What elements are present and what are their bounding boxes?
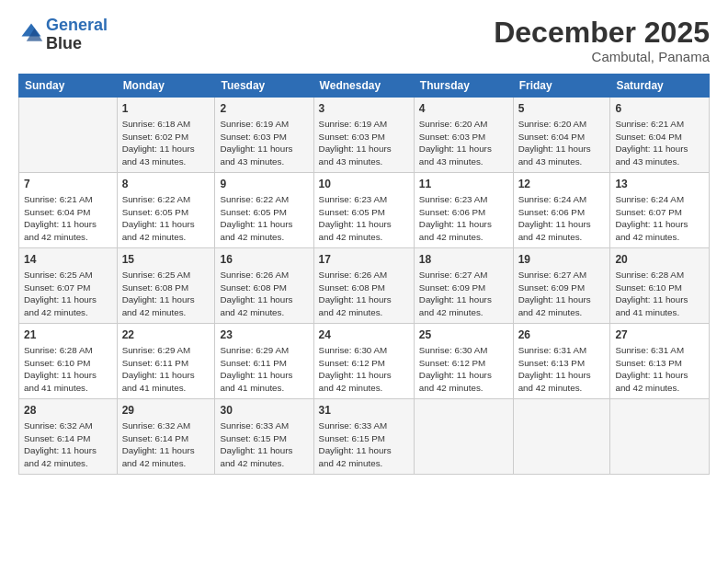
day-info: Sunrise: 6:25 AMSunset: 6:07 PMDaylight:… [24,269,112,318]
day-number: 10 [319,177,409,192]
day-cell: 15Sunrise: 6:25 AMSunset: 6:08 PMDayligh… [117,248,215,324]
day-number: 17 [319,252,409,268]
day-number: 14 [24,252,112,268]
day-cell: 20Sunrise: 6:28 AMSunset: 6:10 PMDayligh… [610,248,710,324]
day-info: Sunrise: 6:32 AMSunset: 6:14 PMDaylight:… [24,419,112,469]
day-number: 11 [419,177,508,192]
week-row-3: 14Sunrise: 6:25 AMSunset: 6:07 PMDayligh… [19,248,710,324]
day-number: 25 [419,327,508,343]
month-title: December 2025 [494,17,710,49]
day-info: Sunrise: 6:29 AMSunset: 6:11 PMDaylight:… [220,344,308,394]
subtitle: Cambutal, Panama [494,49,710,64]
day-info: Sunrise: 6:18 AMSunset: 6:02 PMDaylight:… [122,118,210,167]
header-day-thursday: Thursday [414,75,513,98]
week-row-5: 28Sunrise: 6:32 AMSunset: 6:14 PMDayligh… [19,399,710,475]
day-number: 27 [615,327,704,343]
day-info: Sunrise: 6:24 AMSunset: 6:07 PMDaylight:… [615,193,704,243]
day-info: Sunrise: 6:30 AMSunset: 6:12 PMDaylight:… [319,344,409,394]
day-info: Sunrise: 6:33 AMSunset: 6:15 PMDaylight:… [319,419,409,469]
day-info: Sunrise: 6:28 AMSunset: 6:10 PMDaylight:… [615,269,704,318]
day-cell: 17Sunrise: 6:26 AMSunset: 6:08 PMDayligh… [313,248,414,324]
day-cell: 7Sunrise: 6:21 AMSunset: 6:04 PMDaylight… [19,173,118,248]
day-number: 9 [220,177,308,192]
day-info: Sunrise: 6:23 AMSunset: 6:06 PMDaylight:… [419,193,508,243]
day-cell: 26Sunrise: 6:31 AMSunset: 6:13 PMDayligh… [513,324,610,399]
week-row-2: 7Sunrise: 6:21 AMSunset: 6:04 PMDaylight… [19,173,710,248]
day-cell: 19Sunrise: 6:27 AMSunset: 6:09 PMDayligh… [513,248,610,324]
day-info: Sunrise: 6:30 AMSunset: 6:12 PMDaylight:… [419,344,508,394]
header-row: SundayMondayTuesdayWednesdayThursdayFrid… [19,75,710,98]
header-day-sunday: Sunday [19,75,118,98]
day-info: Sunrise: 6:24 AMSunset: 6:06 PMDaylight:… [518,193,606,243]
day-cell [513,399,610,475]
title-block: December 2025 Cambutal, Panama [494,17,710,64]
day-info: Sunrise: 6:27 AMSunset: 6:09 PMDaylight:… [518,269,606,318]
day-info: Sunrise: 6:33 AMSunset: 6:15 PMDaylight:… [220,419,308,469]
logo-line2: Blue [46,35,108,53]
day-info: Sunrise: 6:28 AMSunset: 6:10 PMDaylight:… [24,344,112,394]
day-number: 30 [220,403,308,419]
day-cell: 9Sunrise: 6:22 AMSunset: 6:05 PMDaylight… [215,173,313,248]
day-cell [414,399,513,475]
day-number: 12 [518,177,606,192]
header: General Blue December 2025 Cambutal, Pan… [18,17,710,64]
day-cell: 13Sunrise: 6:24 AMSunset: 6:07 PMDayligh… [610,173,710,248]
day-cell: 22Sunrise: 6:29 AMSunset: 6:11 PMDayligh… [117,324,215,399]
day-cell: 31Sunrise: 6:33 AMSunset: 6:15 PMDayligh… [313,399,414,475]
logo: General Blue [18,17,108,53]
day-number: 20 [615,252,704,268]
day-number: 5 [518,101,606,117]
header-day-friday: Friday [513,75,610,98]
day-cell: 30Sunrise: 6:33 AMSunset: 6:15 PMDayligh… [215,399,313,475]
day-cell: 21Sunrise: 6:28 AMSunset: 6:10 PMDayligh… [19,324,118,399]
day-number: 4 [419,101,508,117]
day-cell [19,98,118,173]
day-cell: 24Sunrise: 6:30 AMSunset: 6:12 PMDayligh… [313,324,414,399]
day-info: Sunrise: 6:26 AMSunset: 6:08 PMDaylight:… [319,269,409,318]
day-info: Sunrise: 6:25 AMSunset: 6:08 PMDaylight:… [122,269,210,318]
header-day-tuesday: Tuesday [215,75,313,98]
day-info: Sunrise: 6:32 AMSunset: 6:14 PMDaylight:… [122,419,210,469]
day-number: 1 [122,101,210,117]
day-cell: 25Sunrise: 6:30 AMSunset: 6:12 PMDayligh… [414,324,513,399]
day-cell: 2Sunrise: 6:19 AMSunset: 6:03 PMDaylight… [215,98,313,173]
day-cell: 23Sunrise: 6:29 AMSunset: 6:11 PMDayligh… [215,324,313,399]
day-info: Sunrise: 6:22 AMSunset: 6:05 PMDaylight:… [122,193,210,243]
header-day-wednesday: Wednesday [313,75,414,98]
day-cell: 10Sunrise: 6:23 AMSunset: 6:05 PMDayligh… [313,173,414,248]
day-number: 3 [319,101,409,117]
day-cell [610,399,710,475]
day-number: 7 [24,177,112,192]
day-cell: 1Sunrise: 6:18 AMSunset: 6:02 PMDaylight… [117,98,215,173]
day-info: Sunrise: 6:29 AMSunset: 6:11 PMDaylight:… [122,344,210,394]
day-number: 19 [518,252,606,268]
day-cell: 28Sunrise: 6:32 AMSunset: 6:14 PMDayligh… [19,399,118,475]
day-cell: 4Sunrise: 6:20 AMSunset: 6:03 PMDaylight… [414,98,513,173]
day-cell: 16Sunrise: 6:26 AMSunset: 6:08 PMDayligh… [215,248,313,324]
day-info: Sunrise: 6:27 AMSunset: 6:09 PMDaylight:… [419,269,508,318]
day-number: 29 [122,403,210,419]
day-number: 15 [122,252,210,268]
day-cell: 18Sunrise: 6:27 AMSunset: 6:09 PMDayligh… [414,248,513,324]
day-number: 8 [122,177,210,192]
day-info: Sunrise: 6:20 AMSunset: 6:03 PMDaylight:… [419,118,508,167]
day-number: 21 [24,327,112,343]
day-info: Sunrise: 6:26 AMSunset: 6:08 PMDaylight:… [220,269,308,318]
day-number: 6 [615,101,704,117]
day-info: Sunrise: 6:19 AMSunset: 6:03 PMDaylight:… [220,118,308,167]
day-cell: 12Sunrise: 6:24 AMSunset: 6:06 PMDayligh… [513,173,610,248]
day-info: Sunrise: 6:21 AMSunset: 6:04 PMDaylight:… [24,193,112,243]
week-row-4: 21Sunrise: 6:28 AMSunset: 6:10 PMDayligh… [19,324,710,399]
day-info: Sunrise: 6:23 AMSunset: 6:05 PMDaylight:… [319,193,409,243]
calendar-table: SundayMondayTuesdayWednesdayThursdayFrid… [18,74,710,475]
day-cell: 3Sunrise: 6:19 AMSunset: 6:03 PMDaylight… [313,98,414,173]
day-info: Sunrise: 6:31 AMSunset: 6:13 PMDaylight:… [615,344,704,394]
day-number: 31 [319,403,409,419]
day-number: 18 [419,252,508,268]
header-day-saturday: Saturday [610,75,710,98]
day-number: 24 [319,327,409,343]
page: General Blue December 2025 Cambutal, Pan… [0,0,728,563]
day-number: 22 [122,327,210,343]
day-info: Sunrise: 6:31 AMSunset: 6:13 PMDaylight:… [518,344,606,394]
day-number: 26 [518,327,606,343]
